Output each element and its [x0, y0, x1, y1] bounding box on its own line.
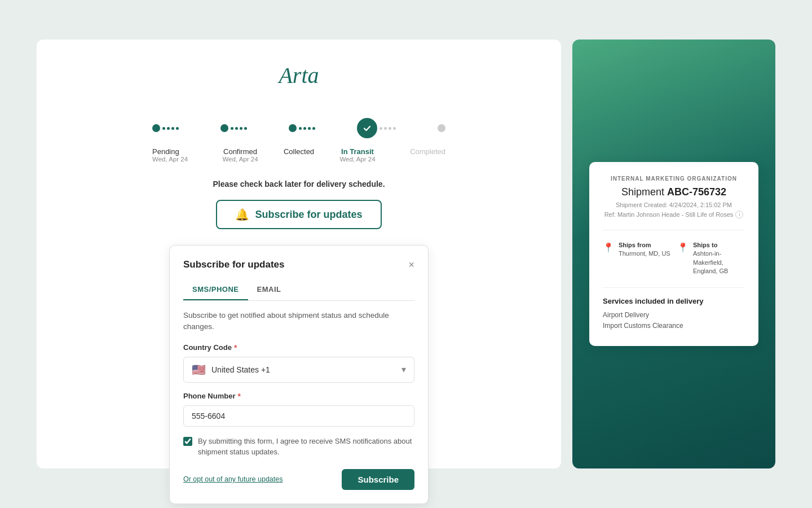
step-confirmed	[220, 124, 228, 132]
consent-label: By submitting this form, I agree to rece…	[198, 436, 414, 458]
connector-1	[160, 127, 220, 130]
bell-icon: 🔔	[235, 208, 249, 221]
step-date-pending: Wed, Apr 24	[152, 156, 188, 163]
consent-checkbox-row: By submitting this form, I agree to rece…	[183, 436, 414, 458]
modal-header: Subscribe for updates ×	[183, 259, 414, 270]
required-star-phone: *	[237, 392, 240, 401]
ships-from-content: Ships from Thurmont, MD, US	[619, 242, 670, 258]
step-collected	[289, 124, 297, 132]
progress-track	[152, 118, 445, 138]
shipment-info-card: INTERNAL MARKETING ORGANIZATION Shipment…	[589, 162, 758, 345]
step-label-collected: Collected	[270, 147, 328, 163]
modal-footer: Or opt out of any future updates Subscri…	[183, 469, 414, 490]
phone-number-field: Phone Number *	[183, 392, 414, 436]
services-section: Services included in delivery Airport De…	[603, 287, 745, 330]
cdot	[308, 127, 311, 130]
step-name-pending: Pending	[152, 147, 179, 156]
step-dot-completed	[438, 124, 445, 132]
shipment-id-number: ABC-756732	[667, 186, 726, 198]
main-content: Arta	[37, 40, 561, 468]
svg-point-0	[361, 122, 373, 134]
cdot	[162, 127, 165, 130]
cdot	[299, 127, 302, 130]
step-dot-pending	[152, 124, 160, 132]
shipment-created: Shipment Created: 4/24/2024, 2:15:02 PM	[603, 202, 745, 208]
step-completed	[438, 124, 445, 132]
ships-to-content: Ships to Ashton-in-Makerfield, England, …	[693, 242, 745, 275]
cdot	[235, 127, 238, 130]
ships-to-value: Ashton-in-Makerfield, England, GB	[693, 249, 745, 275]
step-dot-in-transit	[357, 118, 377, 138]
step-date-confirmed: Wed, Apr 24	[222, 156, 258, 163]
services-title: Services included in delivery	[603, 297, 745, 305]
step-label-completed: Completed	[387, 147, 445, 163]
step-dot-collected	[289, 124, 297, 132]
step-label-pending: Pending Wed, Apr 24	[152, 147, 211, 163]
country-code-select[interactable]: 🇺🇸 United States +1 ▾	[183, 357, 414, 383]
app-logo: Arta	[279, 62, 319, 89]
ships-to: 📍 Ships to Ashton-in-Makerfield, England…	[677, 242, 745, 275]
cdot	[171, 127, 174, 130]
pin-from-icon: 📍	[603, 242, 614, 253]
cdot	[167, 127, 170, 130]
step-name-confirmed: Confirmed	[223, 147, 257, 156]
ships-from: 📍 Ships from Thurmont, MD, US	[603, 242, 670, 275]
connector-3	[297, 127, 357, 130]
cdot	[384, 127, 387, 130]
cdot	[303, 127, 306, 130]
step-labels: Pending Wed, Apr 24 Confirmed Wed, Apr 2…	[152, 144, 445, 163]
ships-from-label: Ships from	[619, 242, 670, 248]
tab-email[interactable]: EMAIL	[248, 281, 290, 300]
ships-to-label: Ships to	[693, 242, 745, 248]
cdot	[393, 127, 396, 130]
connector-2	[228, 127, 289, 130]
subscribe-btn-label: Subscribe for updates	[255, 209, 362, 221]
cdot	[244, 127, 247, 130]
org-name: INTERNAL MARKETING ORGANIZATION	[603, 176, 745, 182]
step-label-in-transit: In Transit Wed, Apr 24	[328, 147, 387, 163]
check-later-text: Please check back later for delivery sch…	[213, 179, 385, 189]
shipment-id-prefix: Shipment	[621, 186, 667, 198]
phone-number-input[interactable]	[183, 405, 414, 427]
step-name-collected: Collected	[284, 147, 314, 156]
subscribe-modal: Subscribe for updates × SMS/PHONE EMAIL …	[169, 245, 429, 504]
step-pending	[152, 124, 160, 132]
consent-checkbox[interactable]	[183, 437, 192, 446]
step-name-in-transit: In Transit	[341, 147, 374, 156]
cdot	[312, 127, 315, 130]
cdot	[240, 127, 242, 130]
service-item-1: Airport Delivery	[603, 311, 745, 319]
ref-line: Ref: Martin Johnson Heade - Still Life o…	[603, 211, 745, 218]
locations-row: 📍 Ships from Thurmont, MD, US 📍 Ships to…	[603, 242, 745, 275]
modal-tabs: SMS/PHONE EMAIL	[183, 281, 414, 301]
cdot	[389, 127, 391, 130]
required-star-country: *	[234, 343, 237, 352]
chevron-down-icon: ▾	[401, 364, 406, 375]
step-label-confirmed: Confirmed Wed, Apr 24	[211, 147, 270, 163]
step-dot-confirmed	[220, 124, 228, 132]
country-select-value: United States +1	[211, 365, 270, 374]
step-date-in-transit: Wed, Apr 24	[339, 156, 375, 163]
us-flag-icon: 🇺🇸	[192, 363, 206, 376]
modal-title: Subscribe for updates	[183, 259, 284, 270]
step-in-transit	[357, 118, 377, 138]
modal-subscribe-button[interactable]: Subscribe	[342, 469, 414, 490]
modal-close-button[interactable]: ×	[408, 260, 414, 270]
modal-description: Subscribe to get notified about shipment…	[183, 310, 414, 333]
connector-4	[377, 127, 438, 130]
country-select-left: 🇺🇸 United States +1	[192, 363, 270, 376]
pin-to-icon: 📍	[677, 242, 689, 253]
service-item-2: Import Customs Clearance	[603, 322, 745, 330]
subscribe-for-updates-button[interactable]: 🔔 Subscribe for updates	[216, 200, 381, 229]
cdot	[176, 127, 179, 130]
ships-from-value: Thurmont, MD, US	[619, 249, 670, 258]
opt-out-button[interactable]: Or opt out of any future updates	[183, 475, 283, 483]
tab-sms-phone[interactable]: SMS/PHONE	[183, 281, 248, 300]
phone-number-label: Phone Number *	[183, 392, 414, 401]
country-code-field: Country Code * 🇺🇸 United States +1 ▾	[183, 343, 414, 383]
cdot	[231, 127, 233, 130]
cdot	[379, 127, 382, 130]
card-divider	[603, 230, 745, 230]
country-code-label: Country Code *	[183, 343, 414, 352]
step-name-completed: Completed	[410, 147, 445, 156]
